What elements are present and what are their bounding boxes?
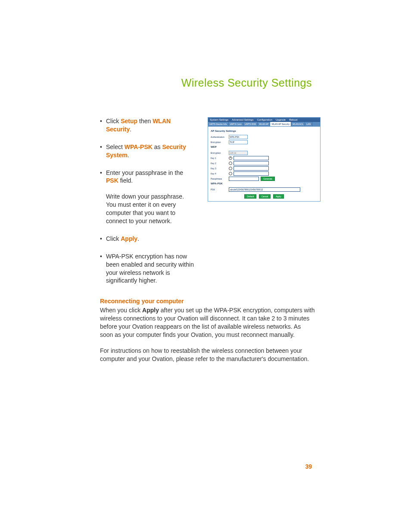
- key3-label: Key 3: [211, 167, 229, 170]
- key4-label: Key 4: [211, 172, 229, 175]
- shot-menubar: System Settings Advanced Settings Config…: [208, 118, 320, 122]
- list-item: • Click Apply.: [100, 235, 195, 243]
- wpapsk-title: WPA-PSK: [211, 182, 318, 185]
- shot-tabs: UMTS Device Info UMTS Conn UMTS DNS WLAN…: [208, 122, 320, 127]
- text: .: [130, 126, 131, 133]
- psk-input[interactable]: abcdef1234567890123456789012: [229, 187, 300, 192]
- key2-input[interactable]: [234, 161, 269, 165]
- cancel-button[interactable]: Cancel: [259, 194, 271, 199]
- key4-radio[interactable]: [229, 172, 232, 175]
- menu-item[interactable]: System Settings: [210, 118, 228, 121]
- psk-label: PSK: [211, 188, 229, 191]
- keyword: Apply: [121, 235, 137, 242]
- note-text: Write down your passphrase. You must ent…: [106, 193, 195, 225]
- passphrase-input[interactable]: [229, 177, 259, 181]
- list-item: • Click Setup then WLAN Security.: [100, 117, 195, 134]
- key3-input[interactable]: [234, 166, 269, 171]
- text: Enter your passphrase in the: [106, 169, 183, 176]
- text: Click: [106, 235, 121, 242]
- settings-screenshot: System Settings Advanced Settings Config…: [208, 117, 321, 202]
- menu-item[interactable]: Upgrade: [276, 118, 286, 121]
- keyword: PSK: [106, 177, 118, 184]
- auth-label: Authentication: [211, 136, 229, 138]
- generate-button[interactable]: Generate: [261, 177, 275, 181]
- menu-item[interactable]: Advanced Settings: [232, 118, 253, 121]
- keyword: Setup: [121, 118, 137, 124]
- apply-button[interactable]: Apply: [273, 194, 284, 199]
- body-text: For instructions on how to reestablish t…: [100, 347, 315, 363]
- key4-input[interactable]: [234, 171, 269, 176]
- text: then: [137, 118, 153, 124]
- key2-label: Key 2: [211, 162, 229, 165]
- bullet-icon: •: [100, 143, 106, 159]
- text: field.: [118, 177, 133, 184]
- key1-radio[interactable]: [229, 156, 232, 160]
- default-button[interactable]: Default: [244, 194, 256, 199]
- page-number: 39: [305, 463, 312, 470]
- page-title: Wireless Security Settings: [181, 77, 312, 89]
- tab-lan[interactable]: LAN: [305, 122, 312, 126]
- text: When you click: [100, 307, 142, 314]
- keyword-bold: Apply: [142, 307, 159, 314]
- section-title: AP Security Settings: [211, 130, 318, 132]
- bullet-icon: •: [100, 117, 106, 134]
- list-item: • WPA-PSK encryption has now been enable…: [100, 252, 195, 285]
- bullet-icon: •: [100, 252, 106, 285]
- menu-item[interactable]: Configuration: [257, 118, 272, 121]
- body-text: When you click Apply after you set up th…: [100, 306, 315, 339]
- tab-wlan-acl[interactable]: WLAN ACL: [291, 122, 305, 126]
- encryption-label: Encryption: [211, 141, 229, 143]
- key2-radio[interactable]: [229, 162, 232, 165]
- menu-item[interactable]: Reboot: [289, 118, 297, 121]
- key3-radio[interactable]: [229, 167, 232, 170]
- text: Click: [106, 118, 121, 124]
- wep-title: WEP: [211, 146, 318, 148]
- key1-input[interactable]: [234, 156, 269, 160]
- list-item: • Select WPA-PSK as Security System.: [100, 143, 195, 159]
- bullet-icon: •: [100, 235, 106, 243]
- tab-umts-device[interactable]: UMTS Device Info: [208, 122, 229, 126]
- keyword: WPA-PSK: [125, 143, 153, 150]
- tab-wlan-security[interactable]: WLAN AP Security: [270, 122, 291, 126]
- instruction-list: • Click Setup then WLAN Security. • Sele…: [100, 117, 195, 285]
- text: .: [128, 152, 129, 159]
- wep-encryption-label: Encryption: [211, 152, 229, 154]
- text: WPA-PSK encryption has now been enabled …: [106, 252, 195, 285]
- list-item: • Enter your passphrase in the PSK field…: [100, 169, 195, 185]
- text: Select: [106, 143, 125, 150]
- section-heading: Reconnecting your computer: [100, 298, 315, 305]
- key1-label: Key 1: [211, 157, 229, 159]
- tab-umts-conn[interactable]: UMTS Conn: [229, 122, 244, 126]
- tab-umts-dns[interactable]: UMTS DNS: [243, 122, 258, 126]
- tab-wlan-ap[interactable]: WLAN AP: [258, 122, 270, 126]
- wep-encryption-select[interactable]: 128-bit: [229, 151, 248, 155]
- text: .: [137, 235, 139, 242]
- text: as: [153, 143, 162, 150]
- passphrase-label: Passphrase: [211, 177, 229, 180]
- auth-select[interactable]: WPA-PSK: [229, 135, 248, 139]
- bullet-icon: •: [100, 169, 106, 185]
- encryption-select[interactable]: TKIP: [229, 140, 248, 144]
